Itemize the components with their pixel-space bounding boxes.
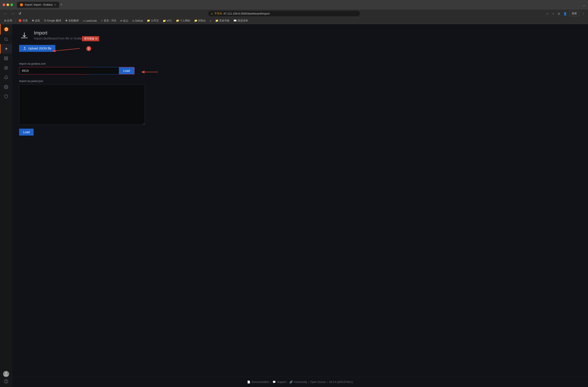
new-tab-btn[interactable]: + bbox=[60, 3, 63, 7]
bookmark-baidu[interactable]: 🔴 百度 bbox=[17, 19, 29, 23]
back-btn[interactable]: ← bbox=[3, 11, 8, 16]
more-btn[interactable]: ⋮ bbox=[581, 11, 585, 16]
sidebar-item-dashboards[interactable] bbox=[0, 54, 12, 63]
traffic-light-minimize[interactable] bbox=[6, 3, 9, 6]
import-panel-section: Import via panel json Load bbox=[19, 80, 581, 136]
app-container: Import Import dashboard from file or Gra… bbox=[0, 24, 588, 387]
bookmark-others[interactable]: 📁 其他书签 bbox=[214, 19, 231, 23]
page-body: Upload JSON file 填写模版 Id 1 bbox=[12, 45, 588, 377]
address-bar[interactable]: ⚠ 不安全 47.111.158.6:3000/dashboard/import bbox=[208, 11, 360, 16]
shield-icon bbox=[4, 94, 8, 99]
help-icon bbox=[4, 379, 8, 384]
svg-point-2 bbox=[6, 28, 7, 29]
browser-chrome: G Import: Import - Grafana × + ⌄ ← → ↺ ⚠… bbox=[0, 0, 588, 24]
sidebar-item-shield[interactable] bbox=[0, 92, 12, 101]
browser-actions: ⤢ ☆ ⊕ 👤 更新 ⋮ bbox=[546, 11, 585, 16]
refresh-btn[interactable]: ↺ bbox=[17, 11, 22, 16]
bookmark-reading[interactable]: 📖 阅读清单 bbox=[232, 19, 249, 23]
bookmark-leetcode[interactable]: ≺ LeetCode bbox=[81, 19, 98, 23]
footer-opensource: Open Source bbox=[311, 381, 326, 384]
footer-sep-3: | bbox=[308, 381, 309, 384]
svg-line-4 bbox=[7, 40, 8, 41]
load-btn[interactable]: Load bbox=[119, 67, 135, 74]
footer-version: v8.3.4 (a551d74b11) bbox=[329, 381, 353, 384]
upload-section: Upload JSON file 填写模版 Id 1 bbox=[19, 45, 55, 57]
svg-point-13 bbox=[5, 86, 6, 88]
bottom-load-btn[interactable]: Load bbox=[19, 129, 34, 136]
main-content: Import Import dashboard from file or Gra… bbox=[12, 24, 588, 387]
traffic-lights bbox=[3, 3, 13, 6]
bookmark-console[interactable]: 📁 控制台 bbox=[193, 19, 208, 23]
panel-json-label: Import via panel json bbox=[19, 80, 581, 83]
footer-doc-icon: 📄 bbox=[247, 381, 250, 384]
import-grafana-section: Import via grafana.com Load bbox=[19, 62, 581, 74]
traffic-light-close[interactable] bbox=[3, 3, 5, 6]
svg-point-11 bbox=[4, 66, 8, 70]
panel-json-textarea[interactable] bbox=[19, 84, 145, 125]
active-tab[interactable]: G Import: Import - Grafana × bbox=[17, 2, 59, 8]
security-label: 不安全 bbox=[214, 12, 222, 15]
bookmark-google-translate[interactable]: G Google 翻译 bbox=[42, 19, 63, 23]
footer-documentation-link[interactable]: Documentation bbox=[252, 381, 269, 384]
sidebar-item-explore[interactable] bbox=[0, 63, 12, 73]
page-title: Import bbox=[34, 30, 91, 36]
footer-sep-2: | bbox=[288, 381, 288, 384]
address-text: 47.111.158.6:3000/dashboard/import bbox=[224, 12, 357, 15]
profile-btn[interactable]: 👤 bbox=[563, 11, 567, 16]
tab-favicon: G bbox=[20, 3, 23, 6]
extensions-btn[interactable]: ⊕ bbox=[557, 11, 561, 16]
sidebar bbox=[0, 24, 12, 387]
sidebar-item-alerting[interactable] bbox=[0, 73, 12, 82]
plus-icon bbox=[4, 47, 8, 51]
bookmark-htc[interactable]: 📁 HTC bbox=[161, 19, 174, 23]
svg-marker-12 bbox=[5, 67, 7, 69]
browser-tabs: G Import: Import - Grafana × + bbox=[17, 2, 580, 8]
upload-btn-label: Upload JSON file bbox=[28, 47, 51, 50]
explore-icon bbox=[4, 66, 8, 70]
update-btn[interactable]: 更新 bbox=[569, 11, 579, 16]
bookmark-google-translate2[interactable]: ◈ 谷歌翻译 bbox=[63, 19, 80, 23]
gear-icon bbox=[4, 85, 8, 89]
svg-point-14 bbox=[5, 372, 7, 374]
bookmark-btn[interactable]: ☆ bbox=[551, 11, 555, 16]
bookmark-more[interactable]: » bbox=[208, 19, 213, 23]
sidebar-item-new[interactable] bbox=[0, 44, 12, 54]
upload-icon bbox=[23, 47, 26, 50]
sidebar-logo[interactable] bbox=[0, 24, 12, 35]
page-header: Import Import dashboard from file or Gra… bbox=[12, 24, 588, 45]
import-header-icon bbox=[19, 30, 29, 41]
sidebar-item-search[interactable] bbox=[0, 35, 12, 44]
search-icon bbox=[4, 37, 8, 41]
bookmark-github[interactable]: ⊙ GitHub bbox=[131, 19, 145, 23]
svg-rect-9 bbox=[4, 59, 6, 60]
bookmarks-bar: ⊞ 应用 | 🔴 百度 ◈ 必应 G Google 翻译 ◈ 谷歌翻译 ≺ Le… bbox=[0, 18, 588, 24]
import-row: Load bbox=[19, 67, 581, 74]
svg-rect-8 bbox=[6, 57, 8, 58]
security-icon: ⚠ bbox=[211, 12, 213, 15]
bookmark-companybao[interactable]: 📁 公司宝 bbox=[145, 19, 160, 23]
sidebar-item-help[interactable] bbox=[4, 379, 8, 384]
footer-support-link[interactable]: Support bbox=[277, 381, 286, 384]
traffic-light-maximize[interactable] bbox=[10, 3, 13, 6]
svg-rect-7 bbox=[4, 57, 6, 58]
sidebar-item-settings[interactable] bbox=[0, 82, 12, 92]
dashboards-icon bbox=[4, 56, 8, 61]
browser-addressbar: ← → ↺ ⚠ 不安全 47.111.158.6:3000/dashboard/… bbox=[0, 10, 588, 18]
forward-btn[interactable]: → bbox=[10, 11, 16, 16]
bell-icon bbox=[4, 75, 8, 80]
footer-community-icon: 🔗 bbox=[290, 381, 293, 384]
bookmark-home[interactable]: ✓ 首页 - 浮生 bbox=[99, 19, 118, 23]
bookmark-bing[interactable]: ◈ 必应 bbox=[30, 19, 42, 23]
grafana-id-input2[interactable] bbox=[88, 67, 119, 74]
tab-close-btn[interactable]: × bbox=[54, 3, 56, 6]
footer-community-link[interactable]: Community bbox=[294, 381, 307, 384]
avatar[interactable] bbox=[3, 371, 9, 377]
annotation-circle: 1 bbox=[86, 46, 91, 51]
screenshot-btn[interactable]: ⤢ bbox=[546, 11, 549, 16]
upload-json-btn[interactable]: Upload JSON file bbox=[19, 45, 55, 52]
grafana-id-input[interactable] bbox=[19, 67, 88, 74]
bookmark-personal[interactable]: 📁 个人网站 bbox=[174, 19, 192, 23]
bookmark-kingsoft[interactable]: w 金山 bbox=[119, 19, 130, 23]
bookmark-apps[interactable]: ⊞ 应用 bbox=[3, 19, 14, 23]
avatar-icon bbox=[3, 371, 9, 377]
